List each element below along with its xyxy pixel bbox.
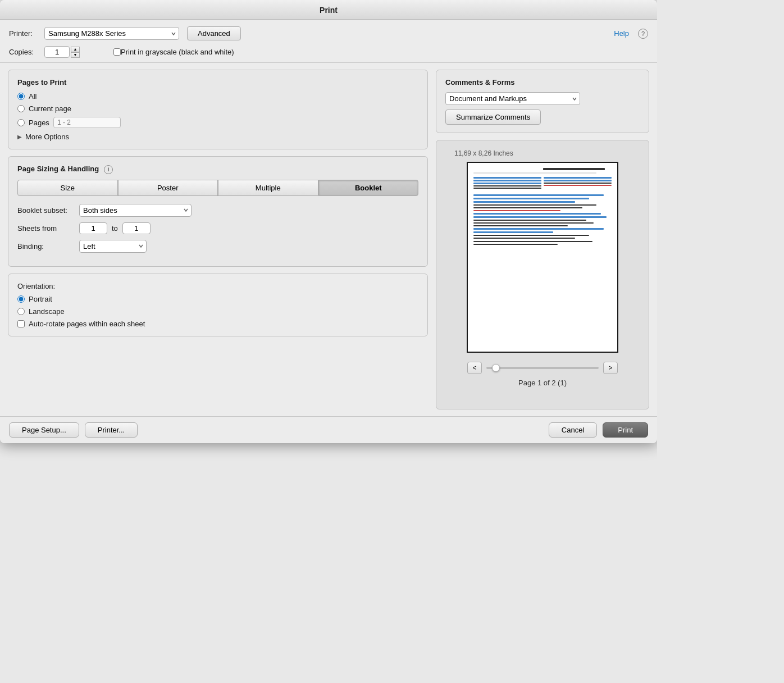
- doc-col-line: [544, 185, 612, 186]
- doc-line: [473, 201, 575, 203]
- printer-select[interactable]: Samsung M288x Series: [44, 27, 179, 40]
- preview-slider[interactable]: [486, 367, 599, 369]
- doc-col: [544, 177, 612, 190]
- copies-row: Copies: ▲ ▼ Print in grayscale (black an…: [9, 46, 648, 58]
- page-sizing-title-text: Page Sizing & Handling: [17, 165, 99, 173]
- more-options-label: More Options: [25, 133, 69, 141]
- print-button[interactable]: Print: [603, 422, 648, 438]
- doc-line: [473, 213, 601, 215]
- help-icon[interactable]: ?: [638, 29, 648, 39]
- sheets-from-label: Sheets from: [17, 224, 79, 233]
- pages-radio[interactable]: [17, 119, 25, 126]
- preview-frame: [467, 162, 618, 353]
- printer-button[interactable]: Printer...: [85, 422, 138, 438]
- doc-line: [473, 198, 589, 199]
- copies-up-button[interactable]: ▲: [71, 47, 80, 52]
- autorotate-row[interactable]: Auto-rotate pages within each sheet: [17, 320, 418, 328]
- page-setup-button[interactable]: Page Setup...: [9, 422, 79, 438]
- pages-radio-group: All Current page Pages: [17, 92, 418, 128]
- help-link[interactable]: Help: [614, 29, 629, 38]
- prev-page-button[interactable]: <: [467, 362, 482, 374]
- all-radio-row[interactable]: All: [17, 92, 418, 101]
- tab-multiple[interactable]: Multiple: [218, 180, 318, 196]
- advanced-button[interactable]: Advanced: [187, 26, 241, 40]
- tab-size[interactable]: Size: [17, 180, 118, 196]
- pages-label: Pages: [29, 119, 49, 127]
- sheets-from-input[interactable]: [79, 222, 107, 234]
- pages-input[interactable]: [53, 117, 121, 128]
- sheets-to-input[interactable]: [122, 222, 151, 234]
- next-page-button[interactable]: >: [603, 362, 618, 374]
- booklet-subset-row: Booklet subset: Both sides: [17, 204, 418, 217]
- doc-line: [473, 220, 586, 221]
- autorotate-checkbox[interactable]: [17, 320, 25, 327]
- summarize-comments-button[interactable]: Summarize Comments: [445, 110, 541, 125]
- portrait-radio-row[interactable]: Portrait: [17, 295, 418, 303]
- printer-label: Printer:: [9, 29, 40, 38]
- tab-poster[interactable]: Poster: [118, 180, 218, 196]
- doc-line: [543, 168, 605, 170]
- grayscale-label: Print in grayscale (black and white): [121, 48, 234, 56]
- title-bar: Print: [0, 0, 657, 20]
- binding-row: Binding: Left: [17, 240, 418, 253]
- autorotate-label: Auto-rotate pages within each sheet: [29, 320, 145, 328]
- booklet-subset-label: Booklet subset:: [17, 206, 79, 215]
- grayscale-checkbox[interactable]: [113, 48, 121, 56]
- left-panel: Pages to Print All Current page Pages: [8, 70, 428, 409]
- comments-forms-select[interactable]: Document and Markups: [445, 92, 580, 105]
- doc-col-line: [473, 177, 541, 179]
- orientation-radio-group: Portrait Landscape Auto-rotate pages wit…: [17, 295, 418, 328]
- doc-line: [473, 207, 582, 208]
- doc-line: [473, 238, 575, 239]
- landscape-radio[interactable]: [17, 308, 25, 315]
- sheets-to-label: to: [112, 224, 118, 233]
- grayscale-row: Print in grayscale (black and white): [113, 48, 234, 56]
- doc-col-line: [473, 183, 541, 184]
- portrait-radio[interactable]: [17, 295, 25, 303]
- sizing-tabs: Size Poster Multiple Booklet: [17, 180, 418, 196]
- binding-select[interactable]: Left: [79, 240, 147, 253]
- copies-input[interactable]: [44, 46, 70, 58]
- doc-col-line: [473, 188, 541, 189]
- doc-section: [470, 177, 615, 245]
- preview-nav: < >: [443, 362, 642, 374]
- doc-line: [473, 228, 604, 230]
- doc-col-line: [473, 185, 541, 186]
- top-section: Printer: Samsung M288x Series Advanced H…: [0, 20, 657, 63]
- doc-line: [473, 231, 553, 233]
- cancel-button[interactable]: Cancel: [549, 422, 597, 438]
- help-area: Help ?: [614, 29, 648, 39]
- doc-col-line: [544, 183, 612, 184]
- current-page-label: Current page: [29, 104, 71, 113]
- main-content: Pages to Print All Current page Pages: [0, 63, 657, 416]
- doc-col-line: [544, 180, 612, 181]
- binding-label: Binding:: [17, 242, 79, 251]
- copies-down-button[interactable]: ▼: [71, 52, 80, 58]
- landscape-label: Landscape: [29, 307, 65, 316]
- doc-col-line: [544, 177, 612, 179]
- doc-line: [473, 222, 594, 224]
- doc-line: [473, 225, 568, 226]
- page-info: Page 1 of 2 (1): [518, 379, 567, 387]
- more-options-row[interactable]: ▶ More Options: [17, 133, 418, 141]
- doc-block: [473, 177, 612, 190]
- pages-to-print-section: Pages to Print All Current page Pages: [8, 70, 428, 149]
- doc-line: [473, 235, 589, 236]
- current-page-radio-row[interactable]: Current page: [17, 104, 418, 113]
- preview-size-text: 11,69 x 8,26 Inches: [454, 149, 513, 157]
- page-sizing-title: Page Sizing & Handling i: [17, 165, 418, 174]
- slider-thumb: [492, 364, 500, 372]
- tab-booklet[interactable]: Booklet: [318, 180, 419, 196]
- doc-line: [473, 216, 607, 218]
- all-radio[interactable]: [17, 93, 25, 100]
- orientation-title: Orientation:: [17, 282, 418, 290]
- info-icon[interactable]: i: [104, 165, 113, 174]
- dialog-title: Print: [320, 6, 338, 15]
- doc-line: [473, 172, 596, 174]
- comments-forms-section: Comments & Forms Document and Markups Su…: [436, 70, 649, 133]
- booklet-subset-select[interactable]: Both sides: [79, 204, 192, 217]
- copies-label: Copies:: [9, 48, 40, 56]
- current-page-radio[interactable]: [17, 105, 25, 112]
- landscape-radio-row[interactable]: Landscape: [17, 307, 418, 316]
- pages-radio-row[interactable]: Pages: [17, 117, 418, 128]
